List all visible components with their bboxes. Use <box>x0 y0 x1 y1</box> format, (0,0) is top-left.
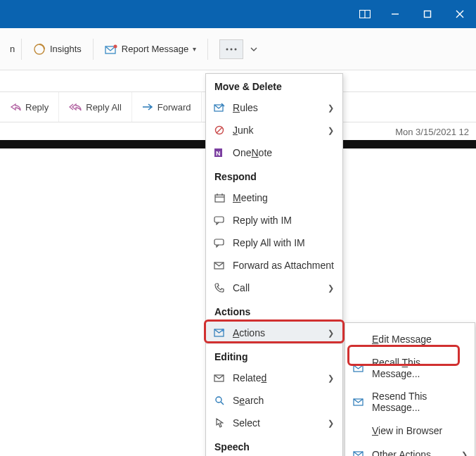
reply-button[interactable]: Reply <box>0 92 59 122</box>
recall-label: Recall This Message... <box>372 357 468 379</box>
more-actions-button[interactable] <box>219 39 243 59</box>
menu-item-reply-im[interactable]: Reply with IM <box>206 209 342 232</box>
menu-item-forward-attachment[interactable]: Forward as Attachment <box>206 254 342 277</box>
insights-icon <box>33 43 46 56</box>
forward-button[interactable]: Forward <box>132 92 202 122</box>
title-bar <box>0 0 476 28</box>
svg-rect-22 <box>214 239 224 245</box>
insights-button[interactable]: Insights <box>27 36 87 63</box>
dropdown-caret-icon: ▾ <box>193 45 196 53</box>
svg-rect-17 <box>215 195 224 202</box>
reply-all-im-icon <box>213 236 226 249</box>
separator <box>207 39 208 60</box>
chevron-right-icon: ❯ <box>328 419 334 428</box>
onenote-icon: N <box>213 146 226 159</box>
menu-item-select[interactable]: Select ❯ <box>206 412 342 434</box>
recall-icon <box>352 362 365 374</box>
menu-item-actions[interactable]: Actions ❯ <box>206 322 342 344</box>
menu-item-meeting[interactable]: Meeting <box>206 186 342 209</box>
actions-icon <box>213 327 226 339</box>
chevron-right-icon: ❯ <box>328 284 334 293</box>
svg-point-11 <box>235 48 237 50</box>
insights-label: Insights <box>50 44 82 54</box>
svg-point-25 <box>221 329 224 331</box>
junk-icon <box>213 124 226 137</box>
chevron-right-icon: ❯ <box>328 374 334 383</box>
ribbon-item-truncated[interactable]: n <box>4 36 15 63</box>
section-speech: Speech <box>206 434 342 456</box>
reply-all-label: Reply All <box>86 102 122 113</box>
other-actions-icon <box>352 448 365 456</box>
rules-label: Rules <box>233 102 321 113</box>
svg-point-27 <box>216 397 221 403</box>
forward-attachment-label: Forward as Attachment <box>233 260 334 271</box>
reply-im-label: Reply with IM <box>233 215 334 226</box>
call-label: Call <box>233 282 321 293</box>
ribbon-toolbar: n Insights Report Message ▾ <box>0 28 476 70</box>
section-move-delete: Move & Delete <box>206 74 342 96</box>
svg-line-28 <box>221 402 224 405</box>
actions-label: Actions <box>233 327 321 338</box>
other-actions-label: Other Actions <box>372 449 454 456</box>
section-respond: Respond <box>206 164 342 186</box>
forward-attachment-icon <box>213 259 226 272</box>
meeting-icon <box>213 191 226 204</box>
junk-label: Junk <box>233 125 321 136</box>
close-button[interactable] <box>444 0 476 28</box>
actions-submenu: Edit Message Recall This Message... Rese… <box>345 322 475 456</box>
more-actions-menu: Move & Delete Rules ❯ Junk ❯ N OneNote R… <box>205 73 343 456</box>
svg-rect-21 <box>214 217 224 222</box>
submenu-item-edit-message[interactable]: Edit Message <box>345 327 475 351</box>
reply-label: Reply <box>25 102 49 113</box>
select-icon <box>213 417 226 429</box>
svg-line-14 <box>217 127 222 133</box>
meeting-label: Meeting <box>233 192 334 203</box>
svg-point-10 <box>231 48 233 50</box>
related-icon <box>213 372 226 384</box>
reply-all-button[interactable]: Reply All <box>59 92 132 122</box>
call-icon <box>213 281 226 294</box>
view-browser-label: View in Browser <box>372 425 468 436</box>
menu-item-reply-all-im[interactable]: Reply All with IM <box>206 232 342 254</box>
menu-item-related[interactable]: Related ❯ <box>206 367 342 389</box>
minimize-button[interactable] <box>379 0 411 28</box>
menu-item-search[interactable]: Search <box>206 389 342 412</box>
reply-im-icon <box>213 214 226 227</box>
forward-label: Forward <box>157 102 191 113</box>
ribbon-collapse-caret-icon[interactable] <box>250 46 257 53</box>
svg-rect-3 <box>425 11 431 18</box>
chevron-right-icon: ❯ <box>328 126 334 135</box>
submenu-item-resend[interactable]: Resend This Message... <box>345 385 475 419</box>
rules-icon <box>213 101 226 114</box>
separator <box>93 39 94 60</box>
forward-icon <box>142 103 153 110</box>
chevron-right-icon: ❯ <box>461 450 468 457</box>
search-label: Search <box>233 395 334 406</box>
maximize-button[interactable] <box>411 0 444 28</box>
submenu-item-recall[interactable]: Recall This Message... <box>345 351 475 385</box>
resend-label: Resend This Message... <box>372 391 468 413</box>
submenu-item-view-browser[interactable]: View in Browser <box>345 419 475 443</box>
separator <box>21 39 22 60</box>
resend-icon <box>352 395 365 408</box>
svg-point-9 <box>226 48 229 50</box>
menu-item-rules[interactable]: Rules ❯ <box>206 96 342 119</box>
chevron-right-icon: ❯ <box>328 329 334 338</box>
reply-icon <box>10 103 21 111</box>
menu-item-call[interactable]: Call ❯ <box>206 277 342 299</box>
svg-point-8 <box>113 44 117 48</box>
blank-icon <box>352 333 365 346</box>
tab-view-icon[interactable] <box>351 0 379 28</box>
related-label: Related <box>233 372 321 384</box>
blank-icon <box>352 424 365 437</box>
section-actions: Actions <box>206 299 342 322</box>
report-message-label: Report Message <box>122 44 188 54</box>
chevron-right-icon: ❯ <box>328 103 334 113</box>
submenu-item-other-actions[interactable]: Other Actions ❯ <box>345 443 475 456</box>
report-message-icon <box>105 44 117 54</box>
menu-item-junk[interactable]: Junk ❯ <box>206 119 342 141</box>
reply-all-icon <box>69 103 82 111</box>
report-message-button[interactable]: Report Message ▾ <box>99 36 202 63</box>
onenote-label: OneNote <box>233 147 334 158</box>
menu-item-onenote[interactable]: N OneNote <box>206 141 342 164</box>
